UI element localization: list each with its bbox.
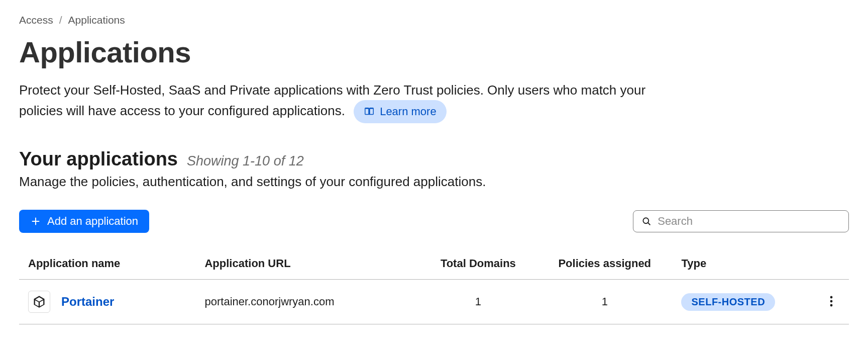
applications-table: Application name Application URL Total D… [19, 257, 849, 324]
cube-icon [32, 295, 46, 309]
svg-point-6 [830, 296, 832, 298]
table-row: Portainer portainer.conorjwryan.com 1 1 … [19, 280, 849, 324]
learn-more-label: Learn more [380, 103, 437, 120]
section-subtitle: Manage the policies, authentication, and… [19, 174, 849, 190]
page-description: Protect your Self-Hosted, SaaS and Priva… [19, 80, 652, 123]
dots-vertical-icon [830, 295, 833, 307]
row-actions-button[interactable] [827, 292, 836, 312]
svg-line-5 [648, 223, 650, 225]
app-name-link[interactable]: Portainer [61, 295, 114, 309]
section-showing-count: Showing 1-10 of 12 [187, 153, 304, 169]
svg-point-7 [830, 300, 832, 302]
breadcrumb-separator: / [59, 14, 62, 26]
learn-more-button[interactable]: Learn more [354, 100, 447, 123]
search-icon [641, 216, 652, 227]
toolbar: Add an application [19, 210, 849, 233]
book-icon [364, 106, 375, 117]
type-badge: SELF-HOSTED [681, 293, 775, 311]
plus-icon [30, 216, 41, 227]
col-header-type: Type [672, 257, 813, 280]
search-box[interactable] [633, 210, 849, 232]
col-header-url: Application URL [195, 257, 419, 280]
svg-rect-0 [365, 108, 369, 115]
add-application-label: Add an application [47, 215, 138, 228]
app-domains-cell: 1 [419, 280, 537, 324]
app-policies-cell: 1 [537, 280, 672, 324]
col-header-name: Application name [19, 257, 195, 280]
section-title: Your applications [19, 148, 178, 170]
col-header-actions [814, 257, 849, 280]
page-title: Applications [19, 35, 849, 69]
page-description-text: Protect your Self-Hosted, SaaS and Priva… [19, 82, 645, 118]
add-application-button[interactable]: Add an application [19, 210, 149, 233]
col-header-policies: Policies assigned [537, 257, 672, 280]
svg-rect-1 [370, 108, 373, 115]
breadcrumb-current: Applications [68, 14, 125, 26]
search-input[interactable] [658, 215, 840, 228]
breadcrumb-parent[interactable]: Access [19, 14, 53, 26]
svg-point-8 [830, 304, 832, 306]
section-header: Your applications Showing 1-10 of 12 [19, 148, 849, 170]
app-url-cell: portainer.conorjwryan.com [195, 280, 419, 324]
breadcrumb: Access / Applications [19, 14, 849, 26]
app-icon [28, 291, 50, 313]
col-header-domains: Total Domains [419, 257, 537, 280]
